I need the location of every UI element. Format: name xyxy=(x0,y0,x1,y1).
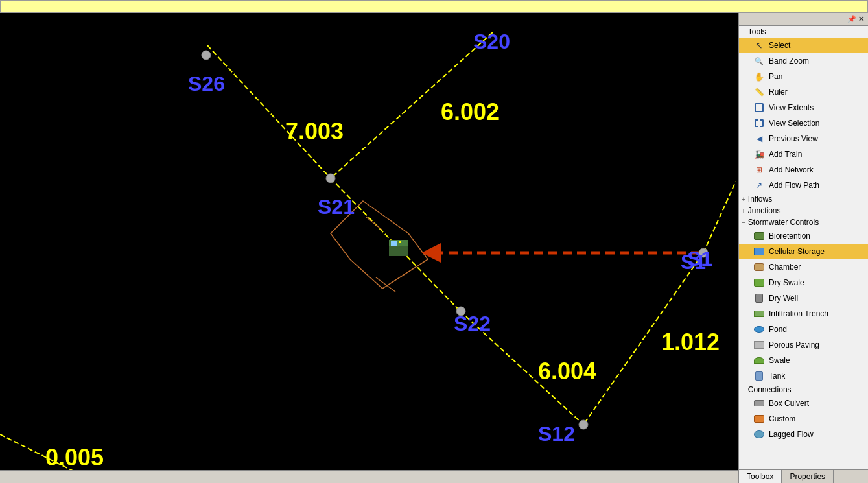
item-icon-chamber xyxy=(753,261,765,273)
section-label: Tools xyxy=(748,27,766,36)
section-header-connections[interactable]: −Connections xyxy=(739,384,868,395)
item-icon-custom xyxy=(753,413,765,425)
toolbox-item-dry-well[interactable]: Dry Well xyxy=(739,290,868,306)
item-label-1: Cellular Storage xyxy=(769,247,864,256)
toolbox-item-cellular-storage[interactable]: Cellular Storage xyxy=(739,244,868,259)
item-label-0: Bioretention xyxy=(769,231,864,241)
item-label-5: Infiltration Trench xyxy=(769,309,864,318)
plan-canvas[interactable] xyxy=(0,13,738,483)
item-icon-trench xyxy=(753,308,765,320)
item-icon-prev-view: ◀ xyxy=(753,133,765,145)
item-label-8: Add Network xyxy=(769,165,864,174)
toolbox-close-button[interactable]: ✕ xyxy=(858,15,864,23)
toolbox-pin-button[interactable]: 📌 xyxy=(847,15,856,23)
item-icon-selection xyxy=(753,117,765,129)
toolbox-content: −Tools↖Select🔍Band Zoom✋Pan📏RulerView Ex… xyxy=(739,26,868,469)
item-label-8: Swale xyxy=(769,356,864,365)
item-icon-pond xyxy=(753,324,765,335)
toolbox-header-controls: 📌 ✕ xyxy=(847,15,864,23)
toolbox-item-porous-paving[interactable]: Porous Paving xyxy=(739,337,868,353)
toolbox-item-tank[interactable]: Tank xyxy=(739,368,868,384)
toolbox-item-select[interactable]: ↖Select xyxy=(739,38,868,53)
toolbox-header: 📌 ✕ xyxy=(739,13,868,26)
toolbox-item-bioretention[interactable]: Bioretention xyxy=(739,228,868,244)
item-label-1: Band Zoom xyxy=(769,56,864,65)
section-header-junctions[interactable]: +Junctions xyxy=(739,205,868,217)
plan-canvas-area[interactable] xyxy=(0,13,738,483)
expand-icon: − xyxy=(742,386,745,394)
item-label-7: Porous Paving xyxy=(769,340,864,349)
toolbox-item-view-extents[interactable]: View Extents xyxy=(739,100,868,115)
toolbox-item-infiltration-trench[interactable]: Infiltration Trench xyxy=(739,306,868,322)
item-icon-ruler: 📏 xyxy=(753,86,765,98)
toolbox-item-previous-view[interactable]: ◀Previous View xyxy=(739,131,868,147)
item-label-0: Select xyxy=(769,41,864,50)
toolbox-item-view-selection[interactable]: View Selection xyxy=(739,115,868,131)
item-icon-tank xyxy=(753,370,765,382)
status-bar xyxy=(0,470,738,483)
item-label-2: Lagged Flow xyxy=(769,430,864,439)
item-label-3: Dry Swale xyxy=(769,278,864,287)
expand-icon: − xyxy=(742,219,745,226)
item-label-0: Box Culvert xyxy=(769,399,864,408)
item-icon-pan: ✋ xyxy=(753,71,765,82)
expand-icon: + xyxy=(742,196,745,203)
toolbox-item-add-train[interactable]: 🚂Add Train xyxy=(739,147,868,162)
item-icon-lagged xyxy=(753,429,765,440)
toolbox-panel: 📌 ✕ −Tools↖Select🔍Band Zoom✋Pan📏RulerVie… xyxy=(738,13,868,483)
item-icon-swale xyxy=(753,355,765,366)
expand-icon: − xyxy=(742,29,745,36)
item-label-6: Pond xyxy=(769,325,864,334)
item-icon-arrow: ↖ xyxy=(753,40,765,51)
item-label-7: Add Train xyxy=(769,150,864,159)
item-icon-zoom: 🔍 xyxy=(753,55,765,67)
item-icon-bioretention xyxy=(753,230,765,242)
item-label-3: Ruler xyxy=(769,88,864,97)
item-icon-network: ⊞ xyxy=(753,164,765,176)
item-label-5: View Selection xyxy=(769,119,864,128)
toolbox-item-custom[interactable]: Custom xyxy=(739,411,868,427)
toolbox-item-add-flow-path[interactable]: ↗Add Flow Path xyxy=(739,178,868,193)
toolbox-item-pond[interactable]: Pond xyxy=(739,322,868,337)
item-label-2: Chamber xyxy=(769,263,864,272)
title-bar xyxy=(0,0,868,13)
section-header-inflows[interactable]: +Inflows xyxy=(739,193,868,205)
item-icon-dry-swale xyxy=(753,277,765,289)
item-label-9: Add Flow Path xyxy=(769,181,864,190)
tab-toolbox[interactable]: Toolbox xyxy=(739,470,782,483)
toolbox-item-box-culvert[interactable]: Box Culvert xyxy=(739,395,868,411)
item-icon-dry-well xyxy=(753,292,765,304)
item-label-1: Custom xyxy=(769,414,864,423)
item-icon-culvert xyxy=(753,397,765,409)
item-icon-cellular xyxy=(753,246,765,257)
main-area: 📌 ✕ −Tools↖Select🔍Band Zoom✋Pan📏RulerVie… xyxy=(0,13,868,483)
expand-icon: + xyxy=(742,207,745,215)
item-icon-extents xyxy=(753,102,765,113)
toolbox-item-pan[interactable]: ✋Pan xyxy=(739,69,868,84)
toolbox-item-band-zoom[interactable]: 🔍Band Zoom xyxy=(739,53,868,69)
item-label-9: Tank xyxy=(769,371,864,381)
item-icon-train: 🚂 xyxy=(753,148,765,160)
section-header-tools[interactable]: −Tools xyxy=(739,26,868,38)
item-label-4: View Extents xyxy=(769,103,864,112)
section-label: Connections xyxy=(748,385,792,394)
toolbox-item-dry-swale[interactable]: Dry Swale xyxy=(739,275,868,290)
toolbox-item-swale[interactable]: Swale xyxy=(739,353,868,368)
item-label-2: Pan xyxy=(769,72,864,81)
item-icon-flow: ↗ xyxy=(753,180,765,191)
section-label: Stormwater Controls xyxy=(748,218,819,227)
toolbox-item-ruler[interactable]: 📏Ruler xyxy=(739,84,868,100)
tab-properties[interactable]: Properties xyxy=(782,470,834,483)
section-header-stormwater-controls[interactable]: −Stormwater Controls xyxy=(739,217,868,228)
toolbox-item-add-network[interactable]: ⊞Add Network xyxy=(739,162,868,178)
toolbox-item-chamber[interactable]: Chamber xyxy=(739,259,868,275)
item-icon-porous-paving xyxy=(753,339,765,351)
toolbox-tabs: Toolbox Properties xyxy=(739,469,868,483)
item-label-6: Previous View xyxy=(769,134,864,143)
item-label-4: Dry Well xyxy=(769,294,864,303)
section-label: Inflows xyxy=(748,194,772,204)
section-label: Junctions xyxy=(748,206,781,215)
toolbox-item-lagged-flow[interactable]: Lagged Flow xyxy=(739,427,868,442)
